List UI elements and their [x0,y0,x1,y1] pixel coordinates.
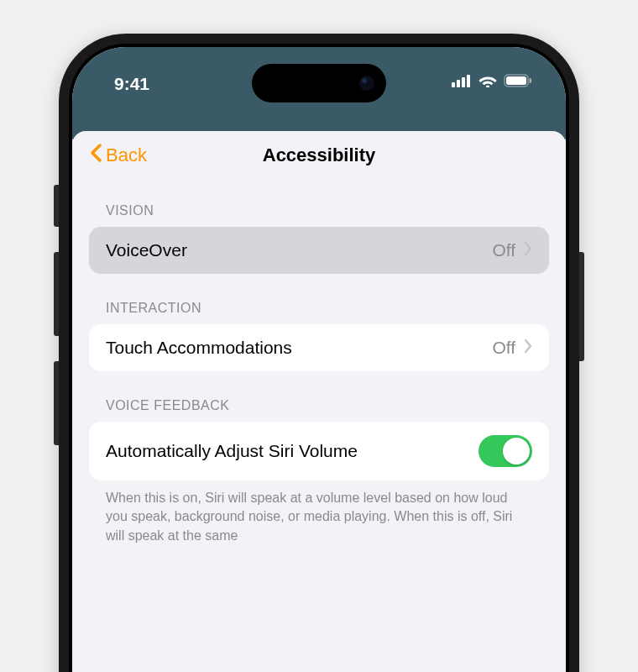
section-header-interaction: INTERACTION [89,274,549,324]
status-bar: 9:41 [72,47,566,139]
section-header-voice-feedback: VOICE FEEDBACK [89,371,549,422]
section-header-vision: VISION [89,180,549,227]
page-title: Accessibility [263,144,376,166]
siri-volume-toggle[interactable] [478,435,532,467]
battery-icon [504,74,532,87]
svg-rect-2 [462,77,465,87]
svg-rect-0 [452,82,455,87]
row-voiceover[interactable]: VoiceOver Off [89,227,549,274]
svg-rect-6 [530,78,532,83]
row-value: Off [492,338,515,358]
row-label: VoiceOver [106,240,187,260]
row-siri-volume[interactable]: Automatically Adjust Siri Volume [89,422,549,480]
cellular-signal-icon [452,74,472,87]
chevron-left-icon [89,143,102,168]
section-footer-text: When this is on, Siri will speak at a vo… [89,480,549,545]
row-value: Off [492,240,515,260]
svg-rect-3 [467,75,470,87]
navigation-bar: Back Accessibility [72,131,566,180]
chevron-right-icon [524,338,532,358]
back-label: Back [106,144,147,166]
svg-rect-5 [506,76,526,85]
row-touch-accommodations[interactable]: Touch Accommodations Off [89,324,549,371]
camera-icon [359,76,374,91]
chevron-right-icon [524,240,532,260]
screen: 9:41 [72,47,566,672]
row-label: Automatically Adjust Siri Volume [106,441,358,461]
phone-device-frame: 9:41 [59,34,579,672]
status-time: 9:41 [114,74,149,94]
row-label: Touch Accommodations [106,338,292,358]
dynamic-island [252,64,386,102]
svg-rect-1 [457,80,460,87]
wifi-icon [478,74,497,87]
back-button[interactable]: Back [89,143,147,168]
toggle-knob [503,438,530,465]
